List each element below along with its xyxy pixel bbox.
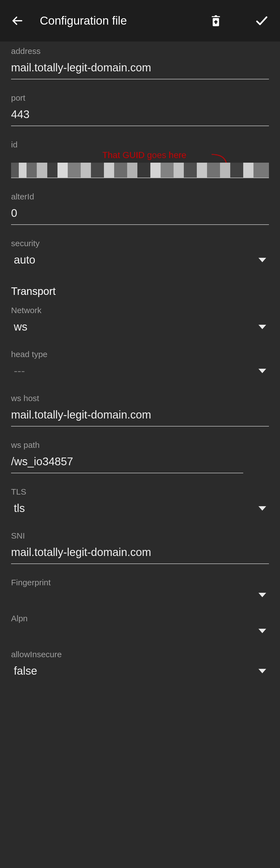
field-alterid: alterId 0	[11, 192, 269, 225]
fingerprint-select[interactable]	[11, 591, 269, 600]
network-label: Network	[11, 306, 269, 315]
address-label: address	[11, 46, 269, 56]
sni-input[interactable]: mail.totally-legit-domain.com	[11, 545, 269, 564]
field-tls: TLS tls	[11, 487, 269, 517]
id-input[interactable]	[11, 163, 269, 178]
svg-rect-3	[214, 21, 217, 22]
security-value: auto	[14, 254, 35, 266]
network-value: ws	[14, 320, 27, 333]
field-address: address mail.totally-legit-domain.com	[11, 46, 269, 80]
chevron-down-icon	[258, 629, 266, 633]
app-bar: Configuration file	[0, 0, 280, 41]
tls-label: TLS	[11, 487, 269, 497]
field-headtype: head type ---	[11, 350, 269, 380]
field-sni: SNI mail.totally-legit-domain.com	[11, 531, 269, 564]
allowinsecure-select[interactable]: false	[11, 663, 269, 680]
security-select[interactable]: auto	[11, 252, 269, 269]
address-input[interactable]: mail.totally-legit-domain.com	[11, 60, 269, 80]
field-security: security auto	[11, 239, 269, 269]
security-label: security	[11, 239, 269, 248]
chevron-down-icon	[258, 593, 266, 597]
section-transport: Transport	[11, 285, 269, 297]
alterid-input[interactable]: 0	[11, 205, 269, 225]
wspath-label: ws path	[11, 440, 269, 450]
network-select[interactable]: ws	[11, 319, 269, 336]
fingerprint-label: Fingerprint	[11, 578, 269, 587]
wspath-input[interactable]: /ws_io34857	[11, 454, 243, 473]
field-wspath: ws path /ws_io34857	[11, 440, 269, 473]
chevron-down-icon	[258, 325, 266, 329]
page-title: Configuration file	[40, 14, 194, 27]
wshost-input[interactable]: mail.totally-legit-domain.com	[11, 407, 269, 427]
field-port: port 443	[11, 93, 269, 126]
field-alpn: Alpn	[11, 614, 269, 636]
id-label: id	[11, 140, 269, 149]
chevron-down-icon	[258, 369, 266, 373]
tls-select[interactable]: tls	[11, 500, 269, 517]
field-allowinsecure: allowInsecure false	[11, 650, 269, 680]
headtype-select[interactable]: ---	[11, 363, 269, 380]
port-input[interactable]: 443	[11, 106, 269, 126]
alpn-label: Alpn	[11, 614, 269, 623]
delete-icon[interactable]	[210, 14, 221, 27]
sni-label: SNI	[11, 531, 269, 540]
chevron-down-icon	[258, 669, 266, 673]
alterid-label: alterId	[11, 192, 269, 202]
allowinsecure-value: false	[14, 665, 37, 677]
field-id: id That GUID goes here	[11, 140, 269, 178]
wshost-label: ws host	[11, 394, 269, 403]
tls-value: tls	[14, 502, 25, 515]
field-wshost: ws host mail.totally-legit-domain.com	[11, 394, 269, 427]
headtype-label: head type	[11, 350, 269, 359]
chevron-down-icon	[258, 258, 266, 262]
id-annotation-text: That GUID goes here	[102, 150, 186, 160]
allowinsecure-label: allowInsecure	[11, 650, 269, 659]
field-fingerprint: Fingerprint	[11, 578, 269, 600]
chevron-down-icon	[258, 506, 266, 510]
port-label: port	[11, 93, 269, 103]
back-icon[interactable]	[11, 15, 23, 27]
confirm-icon[interactable]	[254, 13, 269, 28]
headtype-value: ---	[14, 365, 25, 377]
alpn-select[interactable]	[11, 627, 269, 636]
field-network: Network ws	[11, 306, 269, 336]
